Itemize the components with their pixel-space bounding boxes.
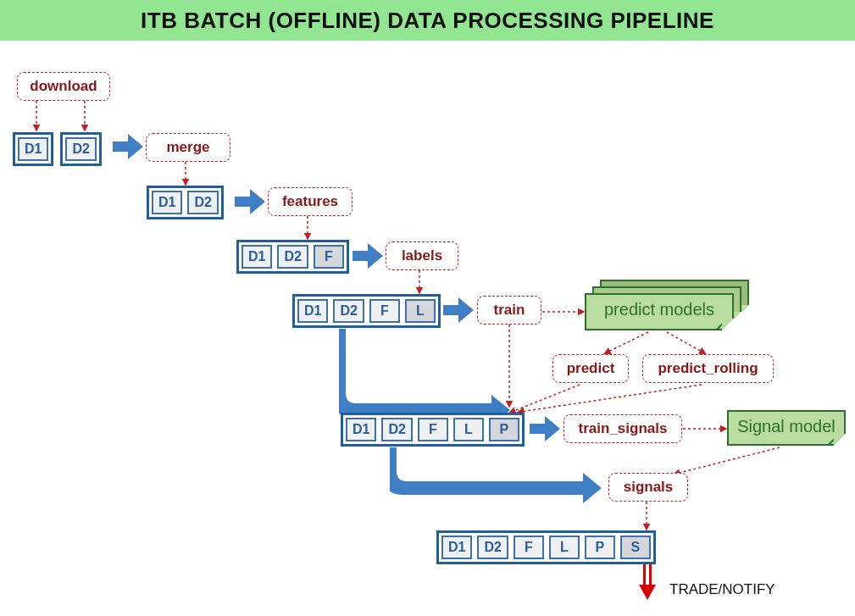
- cells-labels: D1 D2 F L: [292, 294, 441, 328]
- step-predict-rolling: predict_rolling: [642, 354, 774, 383]
- arrow-to-labels: [353, 243, 383, 269]
- label-trade-notify: TRADE/NOTIFY: [669, 581, 775, 598]
- cell-d1: D1: [346, 418, 376, 441]
- cell-d1: D1: [297, 299, 328, 323]
- cell-l: L: [405, 299, 436, 323]
- cell-d2: D2: [187, 191, 218, 214]
- step-train-signals: train_signals: [564, 414, 682, 443]
- arrow-signals-down: [642, 502, 651, 532]
- model-predict-stack: predict models: [585, 280, 754, 330]
- step-merge: merge: [146, 133, 230, 162]
- cells-features: D1 D2 F: [236, 240, 349, 274]
- cell-d1: D1: [242, 245, 272, 269]
- arrow-models-predict: [602, 330, 652, 356]
- cell-d1: D1: [18, 137, 48, 161]
- cells-d1: D1 D2: [13, 132, 102, 166]
- svg-line-7: [607, 332, 648, 352]
- cell-f: F: [314, 245, 344, 269]
- arrow-labels-down: [415, 270, 424, 296]
- arrow-download-d2: [81, 101, 89, 133]
- arrow-to-trainsig: [530, 416, 560, 441]
- cell-p: P: [585, 536, 615, 559]
- arrow-models-predictroll: [663, 330, 713, 356]
- step-download: download: [17, 72, 110, 101]
- cell-d2: D2: [477, 536, 508, 559]
- cell-l: L: [453, 418, 484, 441]
- cell-f: F: [514, 536, 544, 559]
- cell-p: P: [489, 418, 519, 441]
- arrow-train-sigmodel: [683, 425, 729, 433]
- step-labels: labels: [386, 241, 458, 270]
- step-train: train: [477, 296, 541, 325]
- cell-l: L: [549, 536, 580, 559]
- svg-line-10: [520, 385, 702, 412]
- cells-signals: D1 D2 F L P S: [436, 530, 656, 564]
- arrow-predictroll-p: [514, 383, 708, 417]
- model-signal-label: Signal model: [737, 417, 836, 436]
- model-signal: Signal model: [727, 410, 854, 449]
- arrow-train-models: [542, 308, 586, 316]
- svg-rect-14: [643, 564, 646, 586]
- step-signals: signals: [608, 473, 688, 502]
- cells-predict: D1 D2 F L P: [341, 413, 525, 447]
- model-predict-label: predict models: [604, 300, 714, 319]
- svg-line-12: [676, 447, 780, 474]
- arrow-download-d1: [32, 101, 41, 133]
- cell-s: S: [620, 536, 651, 559]
- step-predict: predict: [552, 354, 629, 383]
- cell-d2: D2: [65, 137, 96, 161]
- step-features: features: [268, 187, 353, 216]
- arrow-to-train: [443, 297, 474, 323]
- arrow-features-down: [303, 216, 312, 241]
- cell-d2: D2: [333, 299, 364, 323]
- arrow-to-features: [235, 189, 265, 214]
- cells-merged: D1 D2: [147, 186, 224, 219]
- arrow-final-trade: [637, 564, 658, 605]
- elbow-predict-to-signals: [390, 447, 610, 507]
- cell-f: F: [369, 299, 400, 323]
- cell-f: F: [418, 418, 448, 441]
- svg-line-8: [667, 332, 703, 352]
- cell-d1: D1: [152, 191, 182, 214]
- title-bar: ITB BATCH (OFFLINE) DATA PROCESSING PIPE…: [0, 0, 855, 41]
- arrow-to-merge: [113, 134, 143, 159]
- arrow-sigmodel-signals: [669, 445, 788, 479]
- arrow-merge-down: [181, 162, 190, 187]
- cell-d2: D2: [381, 418, 412, 441]
- svg-rect-15: [649, 564, 652, 586]
- cell-d1: D1: [441, 536, 472, 559]
- cell-d2: D2: [277, 245, 308, 269]
- page-title: ITB BATCH (OFFLINE) DATA PROCESSING PIPE…: [141, 8, 714, 34]
